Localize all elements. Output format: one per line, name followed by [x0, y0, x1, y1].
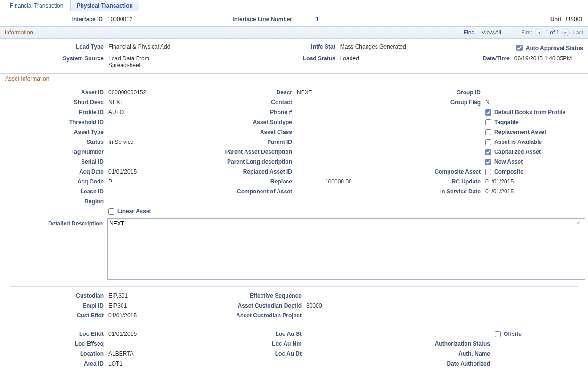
descr-value: NEXT — [297, 89, 400, 96]
expand-icon[interactable]: ⤢ — [577, 219, 583, 226]
loc-effdt-label: Loc Effdt — [5, 331, 108, 337]
default-books-checkbox[interactable] — [485, 109, 491, 116]
empl-id-value: EIP301 — [108, 302, 212, 309]
cust-effdt-value: 01/01/2015 — [108, 312, 212, 319]
area-id-label: Area ID — [5, 360, 108, 367]
interface-id-value: 10000012 — [107, 16, 132, 23]
linear-asset-checkbox[interactable] — [108, 208, 114, 215]
area-id-value: LOT1 — [108, 360, 212, 367]
location-grid: Loc Effdt 01/01/2015 Loc Au St Offsite L… — [0, 328, 588, 370]
composite-asset-label: Composite Asset — [400, 168, 485, 175]
auto-approval-checkbox[interactable] — [516, 45, 523, 51]
load-type-label: Load Type — [5, 43, 108, 52]
asset-cust-deptid-label: Asset Custodian Deptid — [212, 302, 306, 309]
linear-asset-label: Linear Asset — [117, 208, 151, 215]
acq-date-label: Acq Date — [5, 168, 108, 175]
unit-label: Unit — [476, 16, 566, 23]
information-grid: Load Type Financial & Physical Add Intfc… — [0, 39, 588, 73]
profile-id-label: Profile ID — [5, 109, 108, 116]
view-all-text: View All — [482, 29, 501, 36]
replaced-asset-id-label: Replaced Asset ID — [203, 168, 297, 175]
auth-name-label: Auth. Name — [410, 350, 495, 357]
custodian-grid: Custodian EIP,301 Effective Sequence Emp… — [0, 290, 588, 322]
detailed-description-textarea[interactable] — [107, 218, 585, 280]
descr-label: Descr — [203, 89, 297, 96]
asset-class-label: Asset Class — [203, 129, 297, 135]
acq-code-value: P — [108, 178, 203, 185]
replacement-asset-label: Replacement Asset — [494, 129, 546, 135]
date-authorized-label: Date Authorized — [410, 360, 495, 367]
replace-label: Replace — [203, 178, 297, 185]
parent-long-desc-label: Parent Long description — [203, 158, 297, 165]
short-desc-label: Short Desc — [5, 99, 108, 106]
interface-id-label: Interface ID — [5, 16, 107, 23]
load-type-value: Financial & Physical Add — [108, 43, 180, 52]
composite-checkbox[interactable] — [485, 169, 491, 175]
location-value: ALBERTA — [108, 350, 212, 357]
capitalized-asset-label: Capitalized Asset — [494, 149, 541, 155]
replace-value: 100000.00 — [297, 178, 400, 185]
cust-effdt-label: Cust Effdt — [5, 312, 108, 319]
asset-cust-deptid-value: 30000 — [306, 302, 410, 309]
parent-id-label: Parent ID — [203, 139, 297, 145]
new-asset-label: New Asset — [494, 158, 523, 165]
acq-code-label: Acq Code — [5, 178, 108, 185]
asset-id-label: Asset ID — [5, 89, 108, 96]
first-text: First — [521, 29, 532, 36]
loc-au-dt-label: Loc Au Dt — [212, 350, 306, 357]
group-flag-label: Group Flag — [400, 99, 485, 106]
acq-date-value: 01/01/2015 — [108, 168, 203, 175]
loc-effseq-label: Loc Effseq — [5, 341, 108, 347]
asset-type-label: Asset Type — [5, 129, 108, 135]
group-flag-value: N — [485, 99, 580, 106]
new-asset-checkbox[interactable] — [485, 159, 491, 165]
lease-id-label: Lease ID — [5, 188, 108, 195]
status-value: In Service — [108, 139, 203, 145]
next-icon[interactable]: ► — [562, 29, 570, 36]
tab-physical-transaction[interactable]: Physical Transaction — [70, 0, 139, 11]
intfc-stat-label: Intfc Stat — [180, 43, 340, 52]
region-label: Region — [5, 198, 108, 205]
datetime-label: Date/Time — [406, 55, 514, 68]
parent-asset-desc-label: Parent Asset Description — [203, 149, 297, 155]
status-label: Status — [5, 139, 108, 145]
taggable-checkbox[interactable] — [485, 119, 491, 125]
intfc-stat-value: Mass Changes Generated — [340, 43, 406, 52]
system-source-label: System Source — [5, 55, 108, 68]
tag-number-label: Tag Number — [5, 149, 108, 155]
loc-effdt-value: 01/01/2015 — [108, 331, 212, 337]
asset-subtype-label: Asset Subtype — [203, 119, 297, 125]
position-text: 1 of 1 — [545, 29, 559, 36]
information-section-title: Information — [5, 29, 33, 36]
replacement-asset-checkbox[interactable] — [485, 129, 491, 135]
rc-update-value: 01/01/2015 — [485, 178, 580, 185]
offsite-checkbox[interactable] — [495, 331, 501, 337]
profile-id-value: AUTO — [108, 109, 203, 116]
asset-available-checkbox[interactable] — [485, 139, 491, 145]
loc-au-nm-label: Loc Au Nm — [212, 341, 306, 347]
short-desc-value: NEXT — [108, 99, 203, 106]
composite-label: Composite — [494, 168, 523, 175]
custodian-value: EIP,301 — [108, 292, 212, 299]
component-of-asset-label: Component of Asset — [203, 188, 297, 195]
auto-approval-label: Auto Approval Status — [526, 45, 583, 51]
threshold-id-label: Threshold ID — [5, 119, 108, 125]
group-id-label: Group ID — [400, 89, 485, 96]
system-source-value: Load Data From Spreadsheet — [108, 55, 180, 68]
asset-information-header: Asset Information — [0, 73, 588, 84]
asset-grid: Asset ID 000000000152 Descr NEXT Group I… — [5, 89, 583, 215]
tab-financial-transaction[interactable]: Financial Transaction — [4, 0, 69, 11]
record-nav: Find | View All First ◄ 1 of 1 ► Last — [464, 29, 583, 36]
default-books-label: Default Books from Profile — [494, 109, 565, 116]
in-service-date-label: In Service Date — [400, 188, 485, 195]
prev-icon[interactable]: ◄ — [535, 29, 542, 36]
phone-label: Phone # — [203, 109, 297, 116]
load-status-label: Load Status — [180, 55, 340, 68]
detailed-description-label: Detailed Description — [5, 218, 107, 227]
asset-available-label: Asset is Available — [494, 139, 542, 145]
asset-cust-project-label: Asset Custodian Project — [212, 312, 306, 319]
find-link[interactable]: Find — [464, 29, 474, 36]
last-text: Last — [572, 29, 583, 36]
information-section-header: Information Find | View All First ◄ 1 of… — [0, 26, 588, 39]
capitalized-asset-checkbox[interactable] — [485, 149, 491, 155]
